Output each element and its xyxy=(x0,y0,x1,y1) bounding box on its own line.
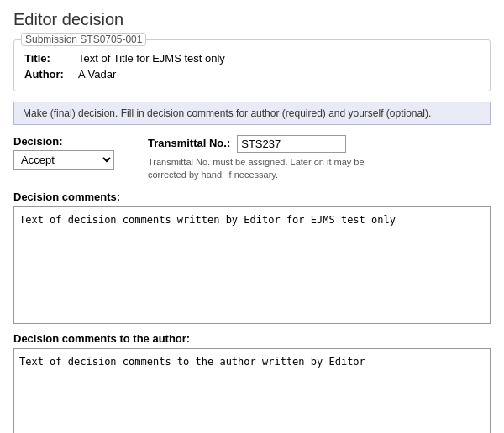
title-label: Title: xyxy=(24,52,75,65)
decision-comments-label: Decision comments: xyxy=(13,190,491,203)
submission-group: Submission STS0705-001 Title: Text of Ti… xyxy=(13,39,491,91)
author-comments-label: Decision comments to the author: xyxy=(13,332,491,345)
decision-label: Decision: xyxy=(13,135,114,148)
title-value: Text of Title for EJMS test only xyxy=(78,52,225,65)
submission-group-legend: Submission STS0705-001 xyxy=(21,33,146,46)
decision-field: Decision: Accept Reject Revise xyxy=(13,135,114,170)
transmittal-input[interactable] xyxy=(237,135,346,153)
decision-comments-section: Decision comments: Text of decision comm… xyxy=(13,190,491,324)
decision-comments-textarea[interactable]: Text of decision comments written by Edi… xyxy=(14,207,490,323)
author-comments-section: Decision comments to the author: Text of… xyxy=(13,332,491,433)
author-comments-textarea[interactable]: Text of decision comments to the author … xyxy=(14,349,490,433)
page-title: Editor decision xyxy=(13,10,491,29)
transmittal-label: Transmittal No.: xyxy=(148,137,230,149)
decision-select[interactable]: Accept Reject Revise xyxy=(13,150,114,170)
info-box: Make (final) decision. Fill in decision … xyxy=(13,102,491,125)
transmittal-note: Transmittal No. must be assigned. Later … xyxy=(148,156,400,182)
author-value: A Vadar xyxy=(78,68,116,81)
decision-section: Decision: Accept Reject Revise Transmitt… xyxy=(13,135,491,182)
decision-comments-wrapper: Text of decision comments written by Edi… xyxy=(13,206,491,324)
info-box-text: Make (final) decision. Fill in decision … xyxy=(23,107,431,119)
transmittal-field: Transmittal No.: Transmittal No. must be… xyxy=(148,135,400,182)
author-comments-wrapper: Text of decision comments to the author … xyxy=(13,348,491,433)
author-label: Author: xyxy=(24,68,75,81)
